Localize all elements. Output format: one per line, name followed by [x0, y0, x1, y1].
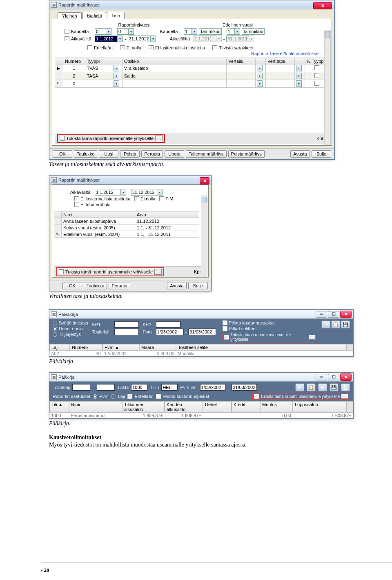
chevron-down-icon[interactable]: ▾ [296, 80, 302, 87]
upota-button[interactable]: Upota [165, 150, 184, 158]
tilista-input[interactable] [131, 384, 147, 391]
params-table[interactable]: Nimi Arvo Anna taseen tulostuspäivä31.12… [54, 211, 199, 238]
close-icon[interactable]: ✕ [200, 177, 209, 184]
radio-debet[interactable] [53, 327, 57, 331]
eituh-checkbox[interactable] [74, 202, 79, 207]
chevron-down-icon[interactable]: ▾ [192, 28, 197, 35]
ellipsis-button[interactable]: … [154, 269, 162, 275]
eilask-checkbox[interactable] [74, 196, 79, 201]
piilota-kp-checkbox[interactable] [223, 320, 227, 325]
taulukko-button[interactable]: Taulukko [74, 150, 97, 158]
tool-icon-2[interactable]: 📋 [307, 383, 316, 391]
tab-yleinen[interactable]: Yleinen [58, 12, 82, 19]
chevron-down-icon[interactable]: ▾ [234, 28, 240, 35]
maximize-icon[interactable]: ☐ [328, 311, 339, 318]
chevron-down-icon[interactable]: ▾ [257, 73, 263, 79]
pvm1-input[interactable] [156, 329, 184, 335]
print-multi-checkbox[interactable] [60, 136, 65, 141]
kaudelta-r1-input[interactable] [184, 28, 192, 35]
tiivista-checkbox[interactable] [212, 45, 217, 50]
aika-l1-input[interactable] [95, 36, 118, 42]
sulje-button[interactable]: Sulje [188, 282, 208, 289]
tool-icon-3[interactable]: 💾 [341, 320, 350, 329]
titlebar[interactable]: ▦ Päiväkirja ━ ☐ ✕ [49, 310, 353, 319]
ellipsis-button[interactable]: … [341, 394, 348, 399]
pvm2-input[interactable] [232, 384, 257, 391]
eritellaan-checkbox[interactable] [87, 45, 92, 50]
tool-icon-2[interactable]: 📋 [331, 320, 340, 329]
minimize-icon[interactable]: ━ [316, 311, 327, 318]
pvm1-input[interactable] [200, 384, 225, 391]
chevron-down-icon[interactable]: ▾ [114, 73, 119, 79]
ok-button[interactable]: OK [53, 150, 72, 158]
close-icon[interactable]: ✕ [313, 2, 332, 9]
kaudelta-r1-month[interactable] [199, 28, 222, 35]
tallenna-maaritys-button[interactable]: Tallenna määritys [186, 150, 227, 158]
tool-icon-5[interactable]: 📄 [341, 383, 350, 391]
chevron-down-icon[interactable]: ▾ [120, 189, 126, 196]
aikavalilta-left-checkbox[interactable] [65, 36, 69, 41]
chevron-down-icon[interactable]: ▾ [296, 73, 302, 79]
tool-icon-1[interactable]: 🖹 [321, 320, 330, 329]
tositelaji-to[interactable] [97, 384, 115, 391]
maximize-icon[interactable]: ☐ [328, 374, 339, 380]
sulje-button[interactable]: Sulje [312, 150, 331, 158]
col-numero[interactable]: Numero [63, 58, 85, 64]
einolla-checkbox[interactable] [120, 45, 125, 50]
avusta-button[interactable]: Avusta [290, 150, 310, 158]
chevron-down-icon[interactable]: ▾ [128, 28, 134, 35]
col-tyyppi[interactable]: Tyyppi [85, 58, 112, 64]
taulukko-button[interactable]: Taulukko [84, 282, 107, 289]
close-icon[interactable]: ✕ [340, 311, 352, 318]
col-nimi[interactable]: Nimi [62, 211, 135, 218]
peruuta-button[interactable]: Peruuta [141, 150, 163, 158]
radio-syotto[interactable] [53, 321, 57, 325]
chevron-down-icon[interactable]: ▾ [117, 36, 123, 42]
chevron-down-icon[interactable]: ▾ [257, 65, 263, 71]
col-arvo[interactable]: Arvo [135, 211, 199, 218]
pvm2-input[interactable] [188, 329, 216, 335]
tositelaji-from[interactable] [72, 384, 90, 391]
table-row[interactable]: 2 TASA ▾ Saldo ▾ ▾ [55, 72, 329, 80]
tool-icon-1[interactable]: 🖹 [295, 383, 304, 391]
chevron-down-icon[interactable]: ▾ [114, 80, 119, 87]
kaudelta-l1-input[interactable] [95, 28, 106, 35]
chevron-down-icon[interactable]: ▾ [296, 65, 302, 71]
poista-button[interactable]: Poista [120, 150, 140, 158]
pct-checkbox[interactable] [314, 73, 319, 78]
tab-budjetti[interactable]: Budjetti [82, 12, 107, 19]
fim-checkbox[interactable] [159, 196, 164, 201]
titlebar[interactable]: ▦ Pääkirja ━ ☐ ✕ [49, 373, 353, 382]
ok-button[interactable]: OK [62, 282, 82, 289]
ellipsis-button[interactable]: … [309, 335, 316, 340]
pct-checkbox[interactable] [314, 65, 319, 70]
table-row[interactable]: Kuluva vuosi (esim. 2005)1.1. - 31.12.20… [54, 224, 199, 231]
peruuta-button[interactable]: Peruuta [109, 282, 130, 289]
einolla-checkbox[interactable] [134, 196, 139, 201]
titlebar[interactable]: ▦ Raportin määritykset [49, 0, 334, 9]
aika2-input[interactable] [131, 189, 157, 196]
table-row[interactable]: Anna taseen tulostuspäivä31.12.2012 [54, 218, 199, 224]
kp1-input[interactable] [114, 321, 139, 328]
aika-l2-input[interactable] [128, 36, 151, 42]
table-row[interactable]: ▶ 1 TVAS ▾ V. alkusaldo ▾ ▾ [55, 64, 329, 72]
poista-maaritys-button[interactable]: Poista määritys [228, 150, 265, 158]
scrollbar-vertical[interactable] [324, 30, 331, 144]
ellipsis-button[interactable]: … [155, 136, 163, 141]
col-otsikko[interactable]: Otsikko [122, 58, 227, 64]
close-icon[interactable]: ✕ [340, 373, 352, 381]
titlebar[interactable]: ▦ Raportin määritykset [49, 176, 211, 184]
avusta-button[interactable]: Avusta [167, 282, 187, 289]
kaudelta-l2-input[interactable] [117, 28, 129, 35]
radio-laji[interactable] [111, 394, 116, 399]
table-row-new[interactable]: * 0 ▾ ▾ ▾ [55, 80, 329, 88]
chevron-down-icon[interactable]: ▾ [114, 65, 119, 71]
tool-icon-4[interactable]: 💾 [330, 383, 339, 391]
kp2-input[interactable] [156, 321, 180, 328]
tiliin-input[interactable] [161, 384, 178, 391]
col-vertailu[interactable]: Vertailu [227, 58, 256, 64]
radio-tili[interactable] [53, 332, 57, 337]
report-lines-table[interactable]: Numero Tyyppi Otsikko Vertailu Vert.tapa… [55, 58, 329, 88]
tab-lisa[interactable]: Lisä [107, 12, 124, 19]
col-verttapa[interactable]: Vert.tapa [265, 58, 294, 64]
